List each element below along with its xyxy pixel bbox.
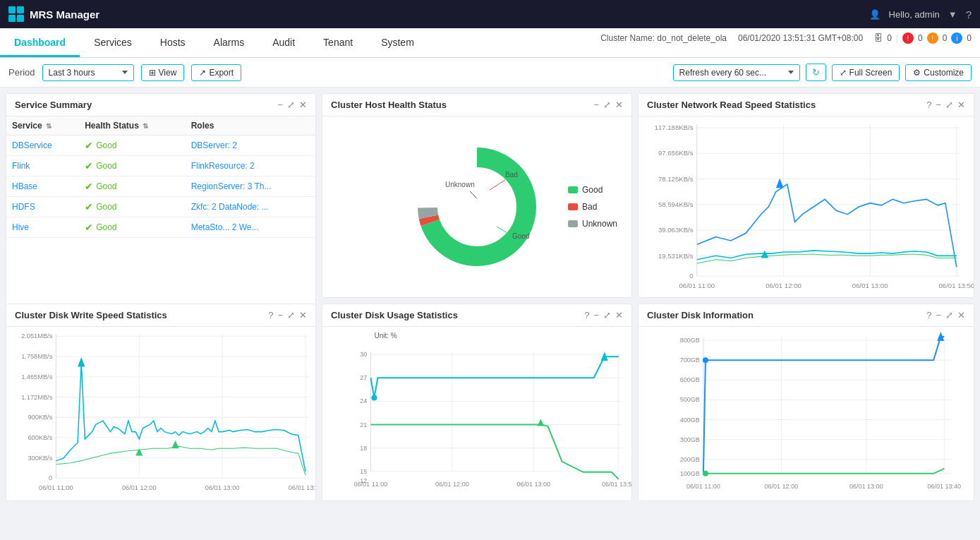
red-count: 0 <box>918 33 923 43</box>
svg-text:58.594KB/s: 58.594KB/s <box>658 200 694 208</box>
legend-bad: Bad <box>568 202 617 212</box>
svg-marker-27 <box>776 178 784 188</box>
svg-text:900KB/s: 900KB/s <box>28 414 52 421</box>
service-link-hive[interactable]: Hive <box>12 222 29 232</box>
top-bar: MRS Manager 👤 Hello, admin ▼ ? <box>0 0 980 28</box>
panel-controls: ? − ⤢ ✕ <box>926 310 965 320</box>
close-icon[interactable]: ✕ <box>957 310 965 320</box>
svg-text:800GB: 800GB <box>680 337 700 344</box>
tab-alarms[interactable]: Alarms <box>200 30 259 57</box>
user-icon: 👤 <box>869 9 881 20</box>
tab-system[interactable]: System <box>367 30 428 57</box>
user-greeting[interactable]: Hello, admin <box>889 9 940 20</box>
tab-audit[interactable]: Audit <box>258 30 309 57</box>
cluster-disk-usage-title: Cluster Disk Usage Statistics <box>331 310 458 320</box>
expand-icon[interactable]: ⤢ <box>603 310 611 320</box>
refresh-select-value: Refresh every 60 sec... <box>679 68 766 78</box>
legend-unknown: Unknown <box>568 219 617 229</box>
db-icon: 🗄 <box>874 33 883 43</box>
svg-marker-56 <box>171 440 179 448</box>
help-icon[interactable]: ? <box>926 310 931 320</box>
fullscreen-button[interactable]: ⤢ Full Screen <box>832 64 900 81</box>
cluster-host-health-body: Unknown Bad Good Good Bad <box>322 116 631 297</box>
help-icon[interactable]: ? <box>926 100 931 110</box>
svg-text:06/01 13:00: 06/01 13:00 <box>849 483 883 490</box>
svg-point-78 <box>371 395 377 400</box>
export-button[interactable]: ↗ Export <box>191 64 241 81</box>
minimize-icon[interactable]: − <box>593 310 599 320</box>
svg-text:Unknown: Unknown <box>445 181 475 188</box>
expand-icon[interactable]: ⤢ <box>945 100 953 110</box>
help-icon[interactable]: ? <box>584 310 589 320</box>
toolbar: Period Last 3 hours ⊞ View ↗ Export Refr… <box>0 58 980 88</box>
svg-text:06/01 13:50: 06/01 13:50 <box>602 481 631 488</box>
svg-text:19.531KB/s: 19.531KB/s <box>658 252 694 260</box>
legend-unknown-color <box>568 220 578 227</box>
svg-text:06/01 11:00: 06/01 11:00 <box>354 481 388 488</box>
refresh-select[interactable]: Refresh every 60 sec... <box>673 64 800 81</box>
roles-link[interactable]: RegionServer: 3 Th... <box>191 181 272 191</box>
svg-text:39.063KB/s: 39.063KB/s <box>658 226 694 234</box>
svg-text:700GB: 700GB <box>680 356 700 364</box>
table-row: Hive ✔ Good MetaSto... 2 We... <box>6 217 315 238</box>
view-label: View <box>159 68 177 78</box>
service-table: Service ⇅ Health Status ⇅ Roles DBServic… <box>6 116 315 238</box>
view-button[interactable]: ⊞ View <box>141 64 185 81</box>
tab-hosts[interactable]: Hosts <box>146 30 200 57</box>
period-select[interactable]: Last 3 hours <box>42 64 134 81</box>
service-link-dbservice[interactable]: DBService <box>12 140 52 150</box>
service-link-flink[interactable]: Flink <box>12 161 30 171</box>
svg-marker-54 <box>78 357 85 366</box>
status-good: ✔ Good <box>85 160 179 172</box>
svg-text:400GB: 400GB <box>680 416 700 424</box>
status-good: ✔ Good <box>85 140 179 151</box>
disk-info-chart: 800GB 700GB 600GB 500GB 400GB 300GB 200G… <box>639 327 974 500</box>
minimize-icon[interactable]: − <box>936 100 941 110</box>
svg-text:24: 24 <box>360 397 367 404</box>
svg-text:06/01 12:00: 06/01 12:00 <box>765 483 799 490</box>
svg-text:06/01 11:00: 06/01 11:00 <box>679 282 715 289</box>
legend-unknown-label: Unknown <box>582 219 617 229</box>
roles-link[interactable]: DBServer: 2 <box>191 140 237 150</box>
cluster-net-read-body: 117.188KB/s 97.656KB/s 78.125KB/s 58.594… <box>639 116 974 297</box>
customize-label: Customize <box>924 68 964 78</box>
expand-icon[interactable]: ⤢ <box>603 100 611 110</box>
col-service[interactable]: Service ⇅ <box>6 116 79 136</box>
cluster-net-read-panel: Cluster Network Read Speed Statistics ? … <box>638 93 974 298</box>
tab-tenant[interactable]: Tenant <box>309 30 367 57</box>
service-link-hbase[interactable]: HBase <box>12 181 37 191</box>
svg-text:Good: Good <box>512 232 529 240</box>
svg-marker-80 <box>537 419 544 426</box>
blue-badge: i <box>951 32 962 44</box>
tab-dashboard[interactable]: Dashboard <box>0 30 80 57</box>
cluster-disk-write-panel: Cluster Disk Write Speed Statistics ? − … <box>6 304 316 501</box>
close-icon[interactable]: ✕ <box>299 100 307 110</box>
svg-line-6 <box>490 180 505 190</box>
tab-services[interactable]: Services <box>80 30 146 57</box>
help-icon[interactable]: ? <box>966 8 972 20</box>
roles-link[interactable]: Zkfc: 2 DataNode: ... <box>191 202 269 212</box>
col-health-status[interactable]: Health Status ⇅ <box>79 116 185 136</box>
svg-text:06/01 13:00: 06/01 13:00 <box>852 282 888 289</box>
expand-icon[interactable]: ⤢ <box>287 100 295 110</box>
svg-point-106 <box>703 357 708 363</box>
svg-text:18: 18 <box>360 445 367 452</box>
roles-link[interactable]: FlinkResource: 2 <box>191 161 255 171</box>
svg-text:06/01 13:40: 06/01 13:40 <box>927 483 961 490</box>
expand-icon[interactable]: ⤢ <box>945 310 953 320</box>
status-good: ✔ Good <box>85 201 179 212</box>
svg-text:06/01 12:00: 06/01 12:00 <box>435 481 469 488</box>
service-link-hdfs[interactable]: HDFS <box>12 202 35 212</box>
minimize-icon[interactable]: − <box>936 310 941 320</box>
close-icon[interactable]: ✕ <box>957 100 965 110</box>
cluster-disk-write-body: 2.051MB/s 1.758MB/s 1.465MB/s 1.172MB/s … <box>6 327 315 500</box>
minimize-icon[interactable]: − <box>593 100 599 110</box>
blue-count: 0 <box>967 33 972 43</box>
minimize-icon[interactable]: − <box>277 100 283 110</box>
close-icon[interactable]: ✕ <box>615 100 623 110</box>
close-icon[interactable]: ✕ <box>615 310 623 320</box>
svg-line-4 <box>470 191 477 198</box>
customize-button[interactable]: ⚙ Customize <box>905 64 972 81</box>
refresh-button[interactable]: ↻ <box>806 64 826 81</box>
roles-link[interactable]: MetaSto... 2 We... <box>191 222 259 232</box>
